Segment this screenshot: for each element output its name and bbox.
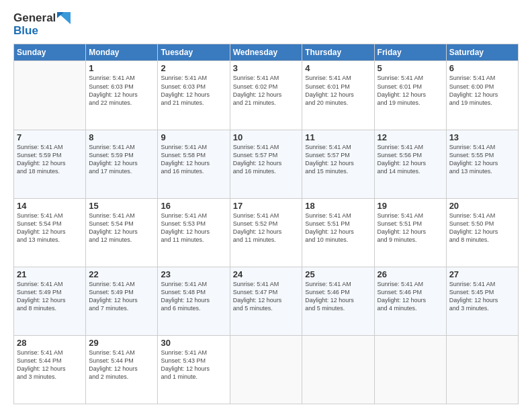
- day-number: 22: [89, 269, 154, 279]
- day-number: 15: [89, 201, 154, 211]
- calendar-cell: 3Sunrise: 5:41 AM Sunset: 6:02 PM Daylig…: [230, 61, 302, 130]
- day-info: Sunrise: 5:41 AM Sunset: 6:01 PM Dayligh…: [305, 74, 371, 107]
- day-number: 17: [233, 201, 300, 211]
- day-info: Sunrise: 5:41 AM Sunset: 5:57 PM Dayligh…: [233, 143, 300, 176]
- day-info: Sunrise: 5:41 AM Sunset: 6:03 PM Dayligh…: [89, 74, 154, 107]
- calendar-cell: [302, 335, 374, 404]
- day-info: Sunrise: 5:41 AM Sunset: 5:49 PM Dayligh…: [17, 280, 83, 313]
- calendar-cell: 9Sunrise: 5:41 AM Sunset: 5:58 PM Daylig…: [158, 130, 230, 198]
- day-info: Sunrise: 5:41 AM Sunset: 5:57 PM Dayligh…: [305, 143, 371, 176]
- day-number: 28: [17, 338, 83, 348]
- calendar-cell: 4Sunrise: 5:41 AM Sunset: 6:01 PM Daylig…: [302, 61, 374, 130]
- day-info: Sunrise: 5:41 AM Sunset: 6:02 PM Dayligh…: [233, 74, 300, 107]
- day-number: 23: [161, 269, 226, 279]
- day-number: 11: [305, 132, 371, 142]
- day-number: 13: [449, 132, 515, 142]
- day-info: Sunrise: 5:41 AM Sunset: 5:53 PM Dayligh…: [161, 212, 226, 244]
- day-number: 29: [89, 338, 154, 348]
- calendar-cell: 10Sunrise: 5:41 AM Sunset: 5:57 PM Dayli…: [230, 130, 302, 198]
- day-number: 27: [449, 269, 515, 279]
- day-number: 3: [233, 63, 300, 73]
- calendar-cell: 12Sunrise: 5:41 AM Sunset: 5:56 PM Dayli…: [374, 130, 446, 198]
- day-info: Sunrise: 5:41 AM Sunset: 5:46 PM Dayligh…: [305, 280, 371, 313]
- calendar-cell: 1Sunrise: 5:41 AM Sunset: 6:03 PM Daylig…: [86, 61, 158, 130]
- calendar-cell: 2Sunrise: 5:41 AM Sunset: 6:03 PM Daylig…: [158, 61, 230, 130]
- day-info: Sunrise: 5:41 AM Sunset: 5:59 PM Dayligh…: [89, 143, 154, 176]
- day-header-thursday: Thursday: [302, 44, 374, 61]
- day-info: Sunrise: 5:41 AM Sunset: 5:51 PM Dayligh…: [378, 212, 443, 244]
- day-number: 16: [161, 201, 226, 211]
- day-number: 26: [378, 269, 443, 279]
- calendar-cell: [374, 335, 446, 404]
- calendar-cell: 23Sunrise: 5:41 AM Sunset: 5:48 PM Dayli…: [158, 267, 230, 335]
- calendar-cell: [446, 335, 518, 404]
- day-info: Sunrise: 5:41 AM Sunset: 5:51 PM Dayligh…: [305, 212, 371, 244]
- calendar-cell: 24Sunrise: 5:41 AM Sunset: 5:47 PM Dayli…: [230, 267, 302, 335]
- day-number: 18: [305, 201, 371, 211]
- calendar-cell: 28Sunrise: 5:41 AM Sunset: 5:44 PM Dayli…: [14, 335, 86, 404]
- day-header-sunday: Sunday: [14, 44, 86, 61]
- day-info: Sunrise: 5:41 AM Sunset: 5:43 PM Dayligh…: [161, 349, 226, 381]
- calendar-cell: 6Sunrise: 5:41 AM Sunset: 6:00 PM Daylig…: [446, 61, 518, 130]
- day-info: Sunrise: 5:41 AM Sunset: 5:50 PM Dayligh…: [449, 212, 515, 244]
- calendar-cell: 11Sunrise: 5:41 AM Sunset: 5:57 PM Dayli…: [302, 130, 374, 198]
- calendar-cell: 26Sunrise: 5:41 AM Sunset: 5:46 PM Dayli…: [374, 267, 446, 335]
- calendar-cell: 8Sunrise: 5:41 AM Sunset: 5:59 PM Daylig…: [86, 130, 158, 198]
- calendar-cell: 5Sunrise: 5:41 AM Sunset: 6:01 PM Daylig…: [374, 61, 446, 130]
- day-info: Sunrise: 5:41 AM Sunset: 5:55 PM Dayligh…: [449, 143, 515, 176]
- day-number: 8: [89, 132, 154, 142]
- calendar-cell: [230, 335, 302, 404]
- calendar-cell: 15Sunrise: 5:41 AM Sunset: 5:54 PM Dayli…: [86, 198, 158, 267]
- day-info: Sunrise: 5:41 AM Sunset: 5:44 PM Dayligh…: [17, 349, 83, 381]
- day-info: Sunrise: 5:41 AM Sunset: 5:45 PM Dayligh…: [449, 280, 515, 313]
- day-header-friday: Friday: [374, 44, 446, 61]
- day-info: Sunrise: 5:41 AM Sunset: 5:46 PM Dayligh…: [378, 280, 443, 313]
- calendar-cell: 30Sunrise: 5:41 AM Sunset: 5:43 PM Dayli…: [158, 335, 230, 404]
- calendar-cell: 18Sunrise: 5:41 AM Sunset: 5:51 PM Dayli…: [302, 198, 374, 267]
- day-number: 30: [161, 338, 226, 348]
- calendar-cell: 21Sunrise: 5:41 AM Sunset: 5:49 PM Dayli…: [14, 267, 86, 335]
- day-info: Sunrise: 5:41 AM Sunset: 5:56 PM Dayligh…: [378, 143, 443, 176]
- calendar-cell: 25Sunrise: 5:41 AM Sunset: 5:46 PM Dayli…: [302, 267, 374, 335]
- calendar-cell: 19Sunrise: 5:41 AM Sunset: 5:51 PM Dayli…: [374, 198, 446, 267]
- calendar-cell: 7Sunrise: 5:41 AM Sunset: 5:59 PM Daylig…: [14, 130, 86, 198]
- day-info: Sunrise: 5:41 AM Sunset: 5:48 PM Dayligh…: [161, 280, 226, 313]
- day-info: Sunrise: 5:41 AM Sunset: 5:44 PM Dayligh…: [89, 349, 154, 381]
- calendar-cell: [14, 61, 86, 130]
- day-number: 10: [233, 132, 300, 142]
- calendar-cell: 27Sunrise: 5:41 AM Sunset: 5:45 PM Dayli…: [446, 267, 518, 335]
- day-number: 9: [161, 132, 226, 142]
- day-number: 6: [449, 63, 515, 73]
- calendar-cell: 14Sunrise: 5:41 AM Sunset: 5:54 PM Dayli…: [14, 198, 86, 267]
- day-number: 7: [17, 132, 83, 142]
- day-info: Sunrise: 5:41 AM Sunset: 5:47 PM Dayligh…: [233, 280, 300, 313]
- day-number: 5: [378, 63, 443, 73]
- calendar-cell: 29Sunrise: 5:41 AM Sunset: 5:44 PM Dayli…: [86, 335, 158, 404]
- day-header-saturday: Saturday: [446, 44, 518, 61]
- calendar-cell: 20Sunrise: 5:41 AM Sunset: 5:50 PM Dayli…: [446, 198, 518, 267]
- day-number: 25: [305, 269, 371, 279]
- day-number: 1: [89, 63, 154, 73]
- day-info: Sunrise: 5:41 AM Sunset: 5:54 PM Dayligh…: [17, 212, 83, 244]
- day-number: 19: [378, 201, 443, 211]
- day-number: 2: [161, 63, 226, 73]
- day-number: 21: [17, 269, 83, 279]
- day-info: Sunrise: 5:41 AM Sunset: 5:59 PM Dayligh…: [17, 143, 83, 176]
- day-header-monday: Monday: [86, 44, 158, 61]
- day-info: Sunrise: 5:41 AM Sunset: 5:54 PM Dayligh…: [89, 212, 154, 244]
- day-info: Sunrise: 5:41 AM Sunset: 6:00 PM Dayligh…: [449, 74, 515, 107]
- day-number: 4: [305, 63, 371, 73]
- day-header-wednesday: Wednesday: [230, 44, 302, 61]
- day-number: 12: [378, 132, 443, 142]
- day-info: Sunrise: 5:41 AM Sunset: 5:58 PM Dayligh…: [161, 143, 226, 176]
- day-info: Sunrise: 5:41 AM Sunset: 6:01 PM Dayligh…: [378, 74, 443, 107]
- calendar-cell: 17Sunrise: 5:41 AM Sunset: 5:52 PM Dayli…: [230, 198, 302, 267]
- day-number: 20: [449, 201, 515, 211]
- day-info: Sunrise: 5:41 AM Sunset: 6:03 PM Dayligh…: [161, 74, 226, 107]
- logo: General Blue: [13, 12, 71, 37]
- day-number: 14: [17, 201, 83, 211]
- day-header-tuesday: Tuesday: [158, 44, 230, 61]
- calendar-cell: 16Sunrise: 5:41 AM Sunset: 5:53 PM Dayli…: [158, 198, 230, 267]
- day-info: Sunrise: 5:41 AM Sunset: 5:52 PM Dayligh…: [233, 212, 300, 244]
- calendar-cell: 13Sunrise: 5:41 AM Sunset: 5:55 PM Dayli…: [446, 130, 518, 198]
